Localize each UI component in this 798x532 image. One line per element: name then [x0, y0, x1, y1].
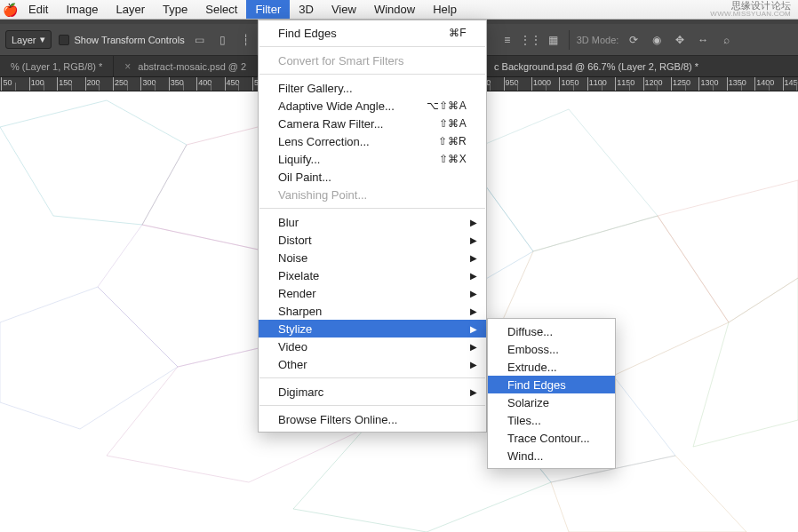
- menu-item[interactable]: Adaptive Wide Angle...⌥⇧⌘A: [259, 97, 486, 115]
- chevron-down-icon: ▾: [40, 34, 45, 45]
- autoselect-layer-dropdown[interactable]: Layer▾: [5, 30, 52, 49]
- menu-image[interactable]: Image: [57, 0, 107, 19]
- menu-select[interactable]: Select: [196, 0, 246, 19]
- document-tab[interactable]: c Background.psd @ 66.7% (Layer 2, RGB/8…: [494, 56, 698, 76]
- submenu-item[interactable]: Tiles...: [488, 411, 615, 429]
- submenu-item[interactable]: Emboss...: [488, 340, 615, 358]
- menu-item[interactable]: Camera Raw Filter...⇧⌘A: [259, 115, 486, 132]
- 3d-pan-icon[interactable]: ✥: [672, 32, 688, 48]
- 3d-orbit-icon[interactable]: ⟳: [626, 32, 642, 48]
- menu-3d[interactable]: 3D: [290, 0, 323, 19]
- 3d-roll-icon[interactable]: ◉: [649, 32, 665, 48]
- menu-help[interactable]: Help: [424, 0, 466, 19]
- align-icon-4[interactable]: ≡: [499, 32, 515, 48]
- close-icon[interactable]: ×: [124, 60, 131, 73]
- filter-menu: Find Edges⌘F Convert for Smart Filters F…: [258, 20, 487, 433]
- align-icon-3[interactable]: ┆: [238, 32, 254, 48]
- menu-item-video[interactable]: Video▶: [259, 337, 486, 355]
- menu-item-render[interactable]: Render▶: [259, 284, 486, 302]
- submenu-arrow-icon: ▶: [470, 306, 477, 316]
- menu-item-digimarc[interactable]: Digimarc▶: [259, 383, 486, 401]
- stylize-submenu: Diffuse...Emboss...Extrude...Find EdgesS…: [487, 318, 616, 469]
- menu-edit[interactable]: Edit: [20, 0, 57, 19]
- watermark: 思缘设计论坛 WWW.MISSYUAN.COM: [710, 1, 798, 19]
- menu-window[interactable]: Window: [365, 0, 424, 19]
- submenu-item[interactable]: Trace Contour...: [488, 429, 615, 447]
- menu-item[interactable]: Filter Gallery...: [259, 79, 486, 97]
- checkbox-icon: [59, 35, 69, 45]
- 3d-slide-icon[interactable]: ↔: [695, 32, 711, 48]
- menu-item-convert-smart: Convert for Smart Filters: [259, 52, 486, 69]
- apple-menu[interactable]: 🍎: [0, 3, 20, 17]
- menu-layer[interactable]: Layer: [108, 0, 155, 19]
- align-icon-2[interactable]: ▯: [215, 32, 231, 48]
- menu-item-other[interactable]: Other▶: [259, 355, 486, 373]
- submenu-arrow-icon: ▶: [470, 271, 477, 281]
- menu-item[interactable]: Liquify...⇧⌘X: [259, 150, 486, 168]
- distribute-icon[interactable]: ⋮⋮: [523, 32, 539, 48]
- menu-item-pixelate[interactable]: Pixelate▶: [259, 266, 486, 284]
- 3d-zoom-icon[interactable]: ⌕: [718, 32, 734, 48]
- submenu-arrow-icon: ▶: [470, 218, 477, 227]
- document-tab[interactable]: % (Layer 1, RGB/8) *: [0, 56, 114, 76]
- submenu-item[interactable]: Solarize: [488, 393, 615, 411]
- arrange-icon[interactable]: ▦: [546, 32, 562, 48]
- submenu-arrow-icon: ▶: [470, 342, 477, 352]
- submenu-arrow-icon: ▶: [470, 253, 477, 263]
- align-icon-1[interactable]: ▭: [192, 32, 208, 48]
- submenu-item[interactable]: Wind...: [488, 447, 615, 465]
- menu-item[interactable]: Lens Correction...⇧⌘R: [259, 132, 486, 150]
- menu-item-browse-filters[interactable]: Browse Filters Online...: [259, 410, 486, 428]
- menu-item-distort[interactable]: Distort▶: [259, 231, 486, 249]
- menu-item-noise[interactable]: Noise▶: [259, 249, 486, 266]
- submenu-item[interactable]: Extrude...: [488, 358, 615, 376]
- show-transform-controls[interactable]: Show Transform Controls: [59, 35, 185, 45]
- submenu-arrow-icon: ▶: [470, 289, 477, 298]
- menu-view[interactable]: View: [323, 0, 365, 19]
- menubar: 🍎 EditImageLayerTypeSelectFilter3DViewWi…: [0, 0, 798, 20]
- submenu-item[interactable]: Find Edges: [488, 376, 615, 393]
- 3d-mode-label: 3D Mode:: [577, 35, 619, 45]
- submenu-arrow-icon: ▶: [470, 235, 477, 245]
- submenu-item[interactable]: Diffuse...: [488, 322, 615, 340]
- menu-type[interactable]: Type: [154, 0, 196, 19]
- menu-item-sharpen[interactable]: Sharpen▶: [259, 302, 486, 320]
- document-tab[interactable]: ×abstract-mosaic.psd @ 2: [114, 56, 258, 76]
- submenu-arrow-icon: ▶: [470, 387, 477, 397]
- menu-item: Vanishing Point...: [259, 186, 486, 203]
- menu-item-stylize[interactable]: Stylize▶: [259, 320, 486, 337]
- menu-item-last-filter[interactable]: Find Edges⌘F: [259, 24, 486, 42]
- menu-item[interactable]: Oil Paint...: [259, 168, 486, 186]
- menu-filter[interactable]: Filter: [246, 0, 290, 19]
- submenu-arrow-icon: ▶: [470, 324, 477, 334]
- submenu-arrow-icon: ▶: [470, 360, 477, 369]
- menu-item-blur[interactable]: Blur▶: [259, 213, 486, 231]
